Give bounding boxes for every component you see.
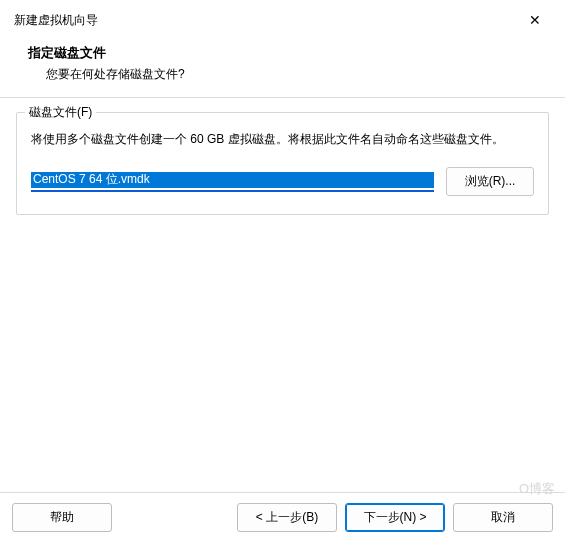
group-description: 将使用多个磁盘文件创建一个 60 GB 虚拟磁盘。将根据此文件名自动命名这些磁盘… (31, 129, 534, 149)
disk-file-input[interactable] (31, 172, 434, 188)
file-input-wrap (31, 172, 434, 192)
file-row: 浏览(R)... (31, 167, 534, 196)
wizard-header: 指定磁盘文件 您要在何处存储磁盘文件? (0, 38, 565, 97)
disk-file-group: 磁盘文件(F) 将使用多个磁盘文件创建一个 60 GB 虚拟磁盘。将根据此文件名… (16, 112, 549, 215)
titlebar: 新建虚拟机向导 ✕ (0, 0, 565, 38)
window-title: 新建虚拟机向导 (14, 12, 98, 29)
wizard-footer: 帮助 < 上一步(B) 下一步(N) > 取消 (0, 492, 565, 542)
page-title: 指定磁盘文件 (28, 44, 565, 62)
close-button[interactable]: ✕ (517, 8, 553, 32)
page-subtitle: 您要在何处存储磁盘文件? (28, 66, 565, 83)
next-button[interactable]: 下一步(N) > (345, 503, 445, 532)
group-legend: 磁盘文件(F) (25, 104, 96, 121)
browse-button[interactable]: 浏览(R)... (446, 167, 534, 196)
content-area: 磁盘文件(F) 将使用多个磁盘文件创建一个 60 GB 虚拟磁盘。将根据此文件名… (0, 98, 565, 492)
cancel-button[interactable]: 取消 (453, 503, 553, 532)
close-icon: ✕ (529, 12, 541, 28)
back-button[interactable]: < 上一步(B) (237, 503, 337, 532)
help-button[interactable]: 帮助 (12, 503, 112, 532)
